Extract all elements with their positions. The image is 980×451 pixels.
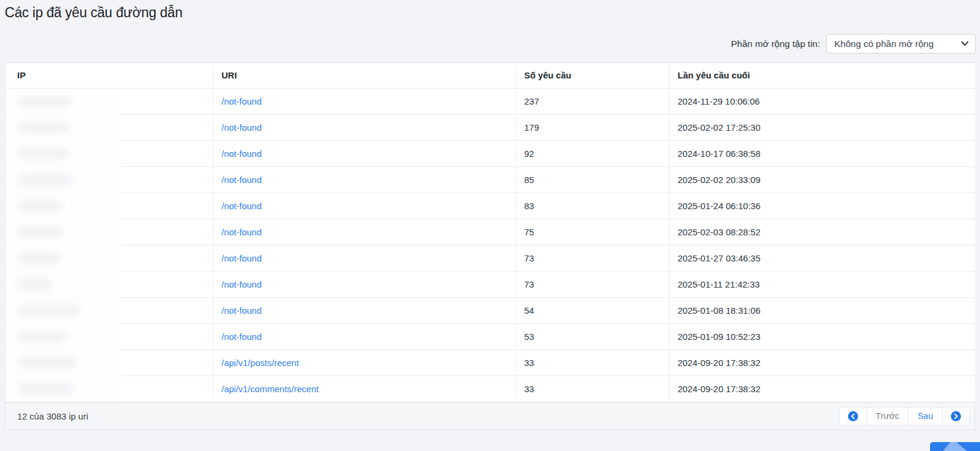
uri-link[interactable]: /not-found — [222, 96, 262, 106]
uri-cell: /not-found — [213, 271, 516, 297]
arrow-left-circle-icon — [848, 411, 858, 421]
redacted-ip-blob — [17, 175, 74, 185]
uri-link[interactable]: /not-found — [222, 253, 262, 263]
ip-cell-redacted — [5, 271, 213, 297]
request-count-cell: 33 — [516, 376, 669, 402]
uri-link[interactable]: /not-found — [222, 332, 262, 342]
uri-link[interactable]: /not-found — [222, 227, 262, 237]
last-request-cell: 2024-10-17 06:38:58 — [669, 140, 975, 166]
prev-page-button[interactable]: Trước — [866, 408, 909, 425]
uri-cell: /api/v1/posts/recent — [213, 349, 516, 376]
last-request-cell: 2025-02-02 20:33:09 — [669, 166, 975, 193]
uri-cell: /not-found — [213, 323, 516, 349]
request-count-cell: 85 — [516, 166, 669, 193]
table-row: /not-found2372024-11-29 10:06:06 — [5, 88, 975, 114]
col-header-last: Lần yêu cầu cuối — [669, 63, 975, 88]
ip-cell-redacted — [5, 376, 213, 402]
uri-cell: /not-found — [213, 140, 516, 166]
request-count-cell: 92 — [516, 140, 669, 166]
file-extension-label: Phần mở rộng tập tin: — [731, 39, 820, 49]
col-header-uri: URI — [213, 63, 516, 88]
table-row: /not-found852025-02-02 20:33:09 — [5, 166, 975, 193]
table-row: /not-found732025-01-11 21:42:33 — [5, 271, 975, 297]
table-row: /not-found832025-01-24 06:10:36 — [5, 193, 975, 219]
uri-link[interactable]: /not-found — [222, 279, 262, 289]
row-count-summary: 12 của 3083 ip uri — [17, 411, 88, 421]
page-title: Các ip đã yêu cầu đường dẫn — [5, 5, 183, 21]
request-count-cell: 73 — [516, 245, 669, 271]
table-row: /not-found1792025-02-02 17:25:30 — [5, 114, 975, 140]
table-row: /api/v1/posts/recent332024-09-20 17:38:3… — [5, 349, 975, 376]
ip-cell-redacted — [5, 140, 213, 166]
redacted-ip-blob — [17, 279, 52, 289]
uri-cell: /not-found — [213, 219, 516, 245]
request-count-cell: 179 — [516, 114, 669, 140]
redacted-ip-blob — [17, 358, 77, 368]
ip-uri-table-card: IP URI Số yêu cầu Lần yêu cầu cuối /not-… — [5, 62, 975, 430]
redacted-ip-blob — [17, 227, 64, 237]
redacted-ip-blob — [17, 96, 72, 106]
table-body: /not-found2372024-11-29 10:06:06/not-fou… — [5, 88, 975, 402]
prev-page-icon-button[interactable] — [840, 408, 866, 425]
request-count-cell: 75 — [516, 219, 669, 245]
ip-cell-redacted — [5, 114, 213, 140]
ip-cell-redacted — [5, 297, 213, 323]
ip-cell-redacted — [5, 245, 213, 271]
uri-cell: /not-found — [213, 88, 516, 114]
redacted-ip-blob — [17, 149, 68, 159]
last-request-cell: 2025-01-08 18:31:06 — [669, 297, 975, 323]
uri-cell: /api/v1/comments/recent — [213, 376, 516, 402]
uri-cell: /not-found — [213, 193, 516, 219]
uri-link[interactable]: /api/v1/comments/recent — [222, 384, 319, 394]
table-row: /not-found542025-01-08 18:31:06 — [5, 297, 975, 323]
table-footer: 12 của 3083 ip uri Trước Sau — [5, 402, 975, 430]
col-header-count: Số yêu cầu — [516, 63, 669, 88]
ip-cell-redacted — [5, 88, 213, 114]
request-count-cell: 83 — [516, 193, 669, 219]
table-row: /api/v1/comments/recent332024-09-20 17:3… — [5, 376, 975, 402]
last-request-cell: 2025-01-09 10:52:23 — [669, 323, 975, 349]
redacted-ip-blob — [17, 253, 60, 263]
file-extension-selected-option: Không có phần mở rộng — [834, 39, 934, 49]
last-request-cell: 2024-09-20 17:38:32 — [669, 349, 975, 376]
last-request-cell: 2025-02-02 17:25:30 — [669, 114, 975, 140]
file-extension-select[interactable]: Không có phần mở rộng — [826, 34, 976, 53]
table-row: /not-found752025-02-03 08:28:52 — [5, 219, 975, 245]
request-count-cell: 54 — [516, 297, 669, 323]
last-request-cell: 2025-02-03 08:28:52 — [669, 219, 975, 245]
uri-cell: /not-found — [213, 114, 516, 140]
request-count-cell: 53 — [516, 323, 669, 349]
arrow-right-circle-icon — [951, 411, 961, 421]
uri-link[interactable]: /not-found — [222, 305, 262, 316]
next-page-icon-button[interactable] — [942, 408, 969, 425]
uri-link[interactable]: /not-found — [222, 122, 262, 133]
last-request-cell: 2025-01-24 06:10:36 — [669, 193, 975, 219]
ip-cell-redacted — [5, 219, 213, 245]
table-row: /not-found922024-10-17 06:38:58 — [5, 140, 975, 166]
uri-link[interactable]: /api/v1/posts/recent — [222, 358, 299, 368]
uri-link[interactable]: /not-found — [222, 175, 262, 185]
uri-cell: /not-found — [213, 166, 516, 193]
file-extension-filter: Phần mở rộng tập tin: Không có phần mở r… — [731, 34, 976, 53]
ip-cell-redacted — [5, 323, 213, 349]
next-page-button[interactable]: Sau — [908, 408, 942, 425]
chat-widget-cutoff[interactable] — [930, 442, 980, 451]
request-count-cell: 73 — [516, 271, 669, 297]
uri-link[interactable]: /not-found — [222, 149, 262, 159]
table-row: /not-found732025-01-27 03:46:35 — [5, 245, 975, 271]
redacted-ip-blob — [17, 122, 68, 133]
last-request-cell: 2024-09-20 17:38:32 — [669, 376, 975, 402]
request-count-cell: 237 — [516, 88, 669, 114]
request-count-cell: 33 — [516, 349, 669, 376]
chevron-down-icon — [961, 41, 969, 46]
table-header-row: IP URI Số yêu cầu Lần yêu cầu cuối — [5, 63, 975, 88]
uri-cell: /not-found — [213, 297, 516, 323]
ip-cell-redacted — [5, 166, 213, 193]
last-request-cell: 2025-01-11 21:42:33 — [669, 271, 975, 297]
col-header-ip: IP — [5, 63, 213, 88]
uri-link[interactable]: /not-found — [222, 201, 262, 211]
redacted-ip-blob — [17, 305, 80, 316]
ip-cell-redacted — [5, 193, 213, 219]
table-row: /not-found532025-01-09 10:52:23 — [5, 323, 975, 349]
ip-cell-redacted — [5, 349, 213, 376]
